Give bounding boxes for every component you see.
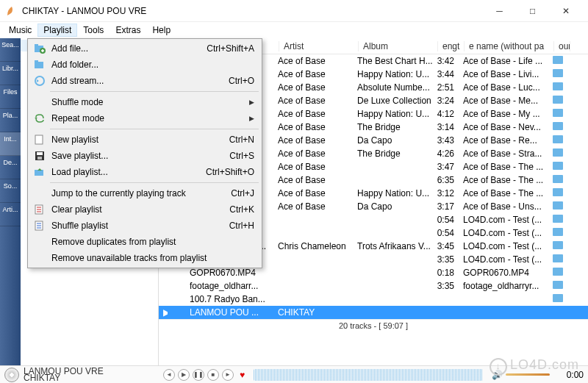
menu-help[interactable]: Help [146, 24, 176, 37]
menu-item-repeat-mode[interactable]: Repeat mode▶ [29, 110, 260, 126]
menu-item-label: Jump to the currently playing track [51, 188, 219, 198]
menu-tools[interactable]: Tools [77, 24, 110, 37]
folder-icon [553, 82, 563, 90]
menu-music[interactable]: Music [3, 24, 37, 37]
stop-button[interactable]: ■ [207, 369, 219, 381]
prev-button[interactable]: ◄ [163, 369, 175, 381]
elapsed-time: 0:00 [556, 370, 584, 380]
menu-item-label: Repeat mode [51, 113, 243, 124]
folder-icon [553, 241, 563, 249]
svg-point-5 [35, 76, 44, 85]
folder-icon [553, 122, 563, 130]
add-file-icon [32, 43, 47, 54]
submenu-arrow-icon: ▶ [249, 99, 254, 106]
menu-item-label: New playlist [51, 135, 218, 145]
menu-item-add-folder[interactable]: Add folder... [29, 57, 260, 73]
submenu-arrow-icon: ▶ [249, 115, 254, 122]
menu-item-remove-duplicates-from-playlist[interactable]: Remove duplicates from playlist [29, 234, 260, 250]
menu-item-label: Add file... [51, 43, 195, 54]
folder-icon [553, 254, 563, 262]
menu-item-jump-to-the-currently-playing-track[interactable]: Jump to the currently playing trackCtrl+… [29, 185, 260, 201]
folder-icon [553, 56, 563, 64]
next-button[interactable]: ► [222, 369, 234, 381]
folder-icon [553, 188, 563, 196]
menu-item-label: Add folder... [51, 60, 254, 70]
menu-item-label: Add stream... [51, 76, 217, 86]
sidetab-de[interactable]: De... [0, 156, 21, 179]
track-row[interactable]: footage_oldharr...3:35footage_oldharryr.… [159, 279, 588, 293]
folder-icon [553, 281, 563, 289]
menu-shortcut: Ctrl+K [229, 204, 254, 215]
folder-icon [553, 148, 563, 157]
shuffle-icon [32, 220, 47, 232]
play-button[interactable]: ▶ [178, 369, 190, 381]
menu-shortcut: Ctrl+O [229, 76, 254, 86]
sidetab-so[interactable]: So... [0, 179, 21, 203]
menu-item-add-stream[interactable]: Add stream...Ctrl+O [29, 73, 260, 89]
svg-rect-6 [35, 135, 43, 144]
menu-item-clear-playlist[interactable]: Clear playlistCtrl+K [29, 201, 260, 218]
folder-icon [553, 215, 563, 223]
sidetab-sea[interactable]: Sea... [0, 38, 21, 62]
disc-icon [4, 368, 19, 382]
column-header[interactable]: ourc [554, 41, 570, 51]
folder-icon [553, 96, 563, 104]
blank-icon [32, 236, 47, 248]
menu-item-shuffle-mode[interactable]: Shuffle mode▶ [29, 94, 260, 110]
column-header[interactable]: Album [359, 41, 438, 51]
load-icon [32, 166, 47, 178]
new-icon [32, 134, 47, 146]
column-header[interactable]: e name (without pa [465, 41, 554, 51]
menu-item-save-playlist[interactable]: Save playlist...Ctrl+S [29, 148, 260, 164]
sidetab-files[interactable]: Files [0, 85, 21, 109]
menu-extras[interactable]: Extras [110, 24, 146, 37]
folder-icon [553, 268, 563, 276]
menu-shortcut: Ctrl+N [229, 135, 254, 145]
menu-item-remove-unavailable-tracks-from-playlist[interactable]: Remove unavailable tracks from playlist [29, 250, 260, 266]
close-button[interactable]: ✕ [549, 1, 582, 21]
waveform[interactable] [254, 369, 483, 381]
folder-icon [553, 162, 563, 170]
sidetab-pla[interactable]: Pla... [0, 109, 21, 132]
menu-item-label: Save playlist... [51, 151, 218, 161]
menu-item-new-playlist[interactable]: New playlistCtrl+N [29, 132, 260, 148]
menu-item-label: Clear playlist [51, 204, 218, 215]
minimize-button[interactable]: ─ [483, 1, 516, 21]
track-row[interactable]: 100.7 Radyo Ban... [159, 293, 588, 306]
now-playing-text: LANMOU POU VRE CHIKTAY [24, 368, 163, 382]
menu-shortcut: Ctrl+H [229, 221, 254, 231]
folder-icon [553, 135, 563, 143]
menu-item-load-playlist[interactable]: Load playlist...Ctrl+Shift+O [29, 164, 260, 180]
menu-item-label: Remove unavailable tracks from playlist [51, 253, 254, 263]
column-header[interactable]: engt [438, 41, 465, 51]
sidetab-libr[interactable]: Libr... [0, 62, 21, 85]
favorite-icon[interactable]: ♥ [240, 370, 245, 380]
add-folder-icon [32, 59, 47, 71]
volume-icon[interactable]: 🔊 [492, 370, 503, 380]
menu-item-shuffle-playlist[interactable]: Shuffle playlistCtrl+H [29, 218, 260, 234]
sidetab-arti[interactable]: Arti... [0, 203, 21, 226]
svg-rect-8 [37, 152, 43, 155]
track-row[interactable]: ▶LANMOU POU ...CHIKTAY [159, 306, 588, 319]
svg-rect-10 [35, 170, 43, 176]
window-title: CHIKTAY - LANMOU POU VRE [22, 6, 483, 16]
folder-icon [553, 175, 563, 183]
add-stream-icon [32, 75, 47, 87]
volume-slider[interactable] [506, 373, 550, 376]
menu-shortcut: Ctrl+S [229, 151, 254, 161]
svg-rect-9 [37, 157, 42, 160]
maximize-button[interactable]: □ [516, 1, 549, 21]
menu-item-label: Remove duplicates from playlist [51, 237, 254, 247]
repeat-icon [32, 112, 47, 124]
menu-shortcut: Ctrl+Shift+A [207, 43, 254, 54]
menu-item-add-file[interactable]: Add file...Ctrl+Shift+A [29, 40, 260, 57]
menubar: MusicPlaylistToolsExtrasHelp [0, 22, 588, 38]
sidetab-int[interactable]: Int... [0, 132, 21, 156]
playback-controls: ◄ ▶ ❚❚ ■ ► ♥ [163, 369, 248, 381]
column-header[interactable]: Artist [279, 41, 359, 51]
svg-rect-3 [35, 62, 43, 68]
menu-item-label: Shuffle mode [51, 97, 243, 107]
pause-button[interactable]: ❚❚ [193, 369, 204, 381]
menu-playlist[interactable]: Playlist [37, 24, 77, 37]
blank-icon [32, 96, 47, 108]
